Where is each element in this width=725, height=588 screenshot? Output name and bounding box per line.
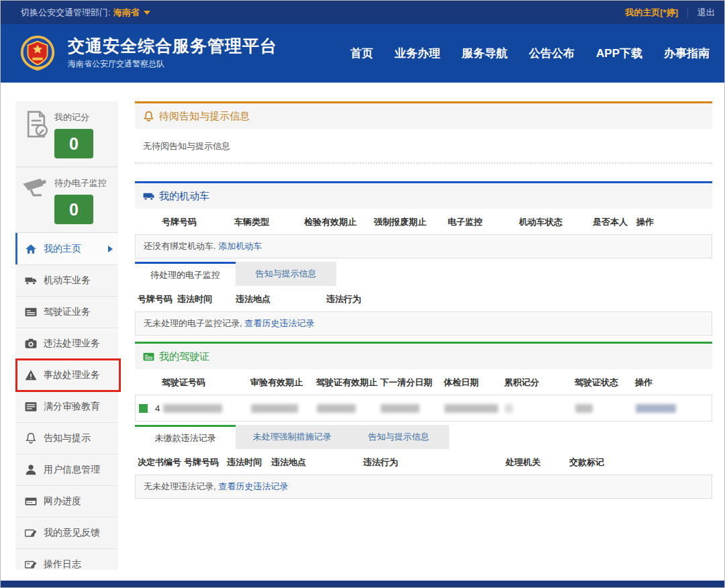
- next-clear-date-cell: [381, 404, 444, 413]
- history-violations-link[interactable]: 查看历史违法记录: [218, 481, 288, 491]
- license-title: 我的驾驶证: [159, 350, 209, 363]
- tab-pending-monitor[interactable]: 待处理的电子监控: [135, 262, 236, 286]
- sidebar-item-label: 告知与提示: [44, 432, 91, 444]
- col-electronic-monitor: 电子监控: [448, 216, 519, 228]
- monitor-empty-text: 无未处理的电子监控记录,: [144, 318, 242, 328]
- redacted-value: [636, 404, 676, 413]
- sidebar-item-feedback[interactable]: 我的意见反馈: [15, 517, 118, 548]
- vehicles-empty-row: 还没有绑定机动车. 添加机动车: [135, 234, 712, 258]
- sidebar-menu: 我的主页 机动车业务 驾驶证业务 违法处理业务: [15, 232, 118, 580]
- vehicles-header: 我的机动车: [135, 183, 712, 209]
- license-row: 4: [135, 395, 712, 422]
- tab-unhandled-enforcement[interactable]: 未处理强制措施记录: [236, 425, 348, 449]
- col-license-status: 驾驶证状态: [575, 377, 635, 389]
- history-violations-link[interactable]: 查看历史违法记录: [244, 318, 314, 328]
- redacted-value: [317, 404, 356, 413]
- col-plate-number: 号牌号码: [135, 216, 234, 228]
- sidebar-item-violation-services[interactable]: 违法处理业务: [15, 328, 118, 359]
- col-scrap-expiry: 强制报废期止: [374, 216, 448, 228]
- score-doc-icon: [22, 110, 50, 138]
- license-status-cell: [575, 404, 636, 413]
- tab-unpaid-violations[interactable]: 未缴款违法记录: [135, 425, 236, 449]
- points-cell: [505, 404, 575, 413]
- nav-business[interactable]: 业务办理: [395, 46, 440, 61]
- col-plate-number: 号牌号码: [135, 293, 177, 305]
- license-header: 我的驾驶证: [135, 344, 712, 369]
- col-accumulated-points: 累积记分: [504, 377, 575, 389]
- sidebar-item-user-info[interactable]: 用户信息管理: [15, 454, 118, 485]
- divider: [687, 8, 688, 17]
- nav-handbook[interactable]: 办事指南: [664, 46, 710, 61]
- pending-monitor-widget[interactable]: 待办电子监控 0: [15, 166, 118, 232]
- arrow-right-icon: [108, 246, 113, 252]
- region-selector[interactable]: 海南省: [113, 7, 140, 19]
- vehicles-section: 我的机动车 号牌号码 车辆类型 检验有效期止 强制报废期止 电子监控 机动车状态…: [135, 181, 712, 336]
- sidebar-item-label: 事故处理业务: [44, 369, 100, 381]
- col-violation-time: 违法时间: [177, 293, 236, 305]
- sidebar-item-license-services[interactable]: 驾驶证业务: [15, 296, 118, 328]
- add-vehicle-link[interactable]: 添加机动车: [218, 241, 262, 251]
- sidebar-item-label: 机动车业务: [44, 275, 91, 287]
- col-license-number: 驾驶证号码: [135, 377, 250, 389]
- content: 我的记分 0 待办电子监控 0 我的主页: [1, 83, 724, 588]
- cctv-icon: [22, 176, 50, 204]
- monitor-empty-row: 无未处理的电子监控记录, 查看历史违法记录: [135, 311, 712, 336]
- site-title: 交通安全综合服务管理平台: [68, 37, 277, 56]
- col-violation-behavior: 违法行为: [326, 293, 712, 305]
- logout-link[interactable]: 退出: [697, 7, 715, 19]
- sidebar-item-online-progress[interactable]: 网办进度: [15, 485, 118, 517]
- feedback-icon: [25, 527, 37, 539]
- my-points-widget[interactable]: 我的记分 0: [15, 101, 118, 166]
- license-table-header: 驾驶证号码 审验有效期止 驾驶证有效期止 下一清分日期 体检日期 累积记分 驾驶…: [135, 369, 712, 395]
- col-violation-place: 违法地点: [271, 456, 363, 469]
- sidebar-item-notifications[interactable]: 告知与提示: [15, 422, 118, 454]
- license-section: 我的驾驶证 驾驶证号码 审验有效期止 驾驶证有效期止 下一清分日期 体检日期 累…: [135, 342, 712, 499]
- vehicles-title: 我的机动车: [159, 190, 209, 203]
- nav-announcements[interactable]: 公告公布: [529, 46, 575, 61]
- tab-notify-info[interactable]: 告知与提示信息: [348, 425, 449, 449]
- home-icon: [25, 243, 37, 255]
- truck-icon: [25, 275, 37, 287]
- page: 切换公安交通管理部门: 海南省 我的主页[*婷] 退出 交通安全综合服务管理平台…: [0, 0, 725, 588]
- police-badge-logo: [17, 33, 58, 75]
- actions-cell: [636, 404, 712, 413]
- bell-icon: [143, 111, 154, 122]
- col-decision-number: 决定书编号: [135, 456, 184, 469]
- sidebar-item-label: 违法处理业务: [44, 338, 100, 350]
- col-next-clear-date: 下一清分日期: [380, 377, 444, 389]
- violations-empty-row: 无未处理违法记录, 查看历史违法记录: [135, 475, 712, 499]
- redacted-value: [444, 404, 498, 413]
- sidebar-item-operation-log[interactable]: 操作日志: [15, 548, 118, 580]
- main-panel: 待阅告知与提示信息 无待阅告知与提示信息 我的机动车 号牌号码 车辆类型 检验有…: [135, 101, 712, 499]
- nav-home[interactable]: 首页: [350, 46, 373, 61]
- sidebar-item-label: 网办进度: [44, 495, 81, 507]
- top-bar: 切换公安交通管理部门: 海南省 我的主页[*婷] 退出: [1, 1, 724, 24]
- monitor-table-header: 号牌号码 违法时间 违法地点 违法行为: [135, 286, 712, 311]
- pending-monitor-value: 0: [54, 195, 93, 224]
- nav-app-download[interactable]: APP下载: [596, 46, 642, 61]
- sidebar-item-vehicle-services[interactable]: 机动车业务: [15, 264, 118, 296]
- sidebar-item-full-score-education[interactable]: 满分审验教育: [15, 391, 118, 422]
- tab-notify-info[interactable]: 告知与提示信息: [236, 262, 336, 286]
- notices-header: 待阅告知与提示信息: [135, 103, 712, 129]
- sidebar-item-label: 我的意见反馈: [44, 527, 100, 539]
- col-plate-number: 号牌号码: [184, 456, 227, 469]
- status-square-icon: [139, 404, 148, 413]
- col-vehicle-status: 机动车状态: [519, 216, 593, 228]
- redacted-value: [163, 404, 222, 413]
- license-card-icon: [143, 351, 154, 362]
- col-actions: 操作: [635, 377, 712, 389]
- nav-service-guide[interactable]: 服务导航: [462, 46, 508, 61]
- license-violation-tabs: 未缴款违法记录 未处理强制措施记录 告知与提示信息: [135, 425, 712, 449]
- caret-down-icon[interactable]: [144, 11, 150, 15]
- redacted-value: [505, 404, 513, 413]
- log-icon: [25, 558, 37, 571]
- sidebar-item-label: 操作日志: [44, 558, 81, 571]
- violations-empty-text: 无未处理违法记录,: [144, 481, 216, 491]
- my-home-link[interactable]: 我的主页[*婷]: [625, 7, 678, 19]
- sidebar-item-label: 驾驶证业务: [44, 306, 91, 318]
- redacted-value: [575, 404, 593, 413]
- notices-title: 待阅告知与提示信息: [159, 110, 250, 123]
- sidebar-item-accident-services[interactable]: 事故处理业务: [15, 359, 118, 391]
- sidebar-item-my-homepage[interactable]: 我的主页: [15, 233, 118, 264]
